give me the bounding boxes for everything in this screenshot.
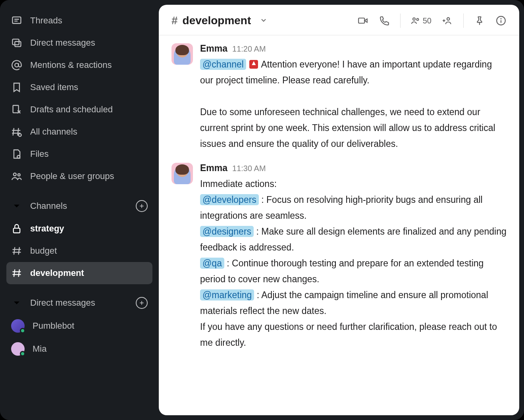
nav-saved[interactable]: Saved items (6, 76, 152, 98)
message-body: Emma11:30 AMImmediate actions:@developer… (200, 163, 507, 351)
message-list[interactable]: Emma11:20 AM@channel Attention everyone!… (159, 35, 519, 415)
nav-label: Files (30, 149, 48, 159)
message-author[interactable]: Emma (200, 163, 227, 173)
svg-point-32 (447, 17, 450, 20)
message-body: Emma11:20 AM@channel Attention everyone!… (200, 43, 507, 152)
svg-rect-0 (13, 17, 21, 23)
dm-label: Mia (33, 344, 46, 354)
channel-label: budget (30, 246, 57, 256)
member-count-button[interactable]: 50 (411, 16, 432, 25)
svg-point-14 (18, 174, 20, 176)
presence-indicator (20, 328, 25, 333)
mention[interactable]: @designers (200, 226, 254, 237)
mention[interactable]: @marketing (200, 289, 254, 301)
svg-rect-28 (358, 18, 364, 23)
svg-point-31 (416, 19, 418, 21)
chevron-down-icon (11, 297, 22, 308)
lock-icon (11, 223, 22, 234)
svg-line-22 (14, 270, 15, 277)
nav-label: People & user groups (30, 171, 114, 181)
svg-line-23 (19, 270, 19, 277)
all-channels-icon (11, 126, 22, 137)
nav-direct-messages[interactable]: Direct messages (6, 32, 152, 54)
svg-point-30 (413, 18, 415, 20)
dms-section-header[interactable]: Direct messages (6, 291, 152, 314)
avatar[interactable] (171, 43, 193, 65)
message: Emma11:20 AM@channel Attention everyone!… (171, 43, 507, 152)
message-text: Immediate actions:@developers : Focus on… (200, 176, 507, 351)
at-sign-icon (11, 60, 22, 71)
nav-drafts[interactable]: Drafts and scheduled (6, 98, 152, 121)
nav-label: All channels (30, 127, 77, 137)
channel-title-button[interactable]: # development (171, 14, 268, 27)
message: Emma11:30 AMImmediate actions:@developer… (171, 163, 507, 351)
info-button[interactable] (495, 15, 507, 26)
nav-mentions[interactable]: Mentions & reactions (6, 54, 152, 76)
channel-header: # development 50 (159, 5, 519, 35)
svg-point-38 (501, 19, 501, 19)
svg-rect-4 (15, 42, 21, 47)
nav-label: Threads (30, 15, 62, 26)
channel-name: development (183, 14, 251, 27)
channel-item-development[interactable]: development (6, 262, 152, 284)
chevron-down-icon (11, 200, 22, 212)
add-member-button[interactable] (442, 15, 453, 26)
video-call-button[interactable] (357, 15, 368, 26)
nav-label: Drafts and scheduled (30, 104, 113, 115)
svg-rect-17 (13, 228, 20, 233)
mention[interactable]: @channel (200, 59, 246, 70)
dm-item-pumblebot[interactable]: Pumblebot (6, 314, 152, 337)
channels-list: strategybudgetdevelopment (6, 218, 152, 284)
chevron-down-icon (260, 14, 268, 27)
add-channel-button[interactable] (136, 200, 148, 212)
nav-label: Saved items (30, 82, 78, 92)
channel-label: development (30, 268, 84, 278)
mention[interactable]: @qa (200, 258, 224, 269)
channel-item-strategy[interactable]: strategy (6, 218, 152, 240)
people-icon (11, 171, 22, 182)
svg-point-13 (13, 173, 16, 176)
bookmark-icon (11, 82, 22, 93)
header-actions: 50 (357, 13, 507, 28)
svg-line-19 (19, 247, 19, 255)
app-root: Threads Direct messages Mentions & react… (0, 0, 524, 420)
divider (463, 13, 464, 28)
hash-icon: # (171, 14, 178, 27)
main-panel: # development 50 (159, 5, 519, 415)
message-text: @channel Attention everyone! I have an i… (200, 56, 507, 152)
svg-rect-6 (13, 106, 19, 113)
drafts-icon (11, 104, 22, 115)
mention[interactable]: @developers (200, 194, 259, 205)
svg-point-12 (17, 156, 20, 158)
svg-line-18 (14, 247, 15, 255)
hash-icon (11, 245, 22, 256)
threads-icon (11, 15, 22, 26)
message-author[interactable]: Emma (200, 43, 227, 54)
phone-call-button[interactable] (379, 15, 390, 26)
channel-item-budget[interactable]: budget (6, 240, 152, 262)
files-icon (11, 148, 22, 160)
nav-label: Direct messages (30, 38, 95, 48)
member-count-value: 50 (423, 16, 432, 25)
pin-button[interactable] (474, 15, 485, 26)
avatar[interactable] (171, 163, 193, 184)
channels-section-header[interactable]: Channels (6, 195, 152, 218)
nav-people[interactable]: People & user groups (6, 165, 152, 187)
section-label: Channels (30, 201, 67, 211)
nav-threads[interactable]: Threads (6, 10, 152, 32)
svg-line-7 (13, 128, 14, 136)
presence-indicator (20, 351, 25, 356)
dm-item-mia[interactable]: Mia (6, 337, 152, 360)
section-label: Direct messages (30, 298, 95, 308)
nav-files[interactable]: Files (6, 143, 152, 165)
avatar (11, 319, 25, 333)
svg-point-11 (19, 134, 21, 137)
nav-all-channels[interactable]: All channels (6, 121, 152, 143)
message-time: 11:20 AM (232, 44, 266, 54)
dms-list: PumblebotMia (6, 314, 152, 360)
nav-label: Mentions & reactions (30, 60, 112, 70)
add-dm-button[interactable] (136, 297, 148, 309)
hash-icon (11, 268, 22, 279)
divider (400, 13, 401, 28)
message-time: 11:30 AM (232, 164, 266, 173)
